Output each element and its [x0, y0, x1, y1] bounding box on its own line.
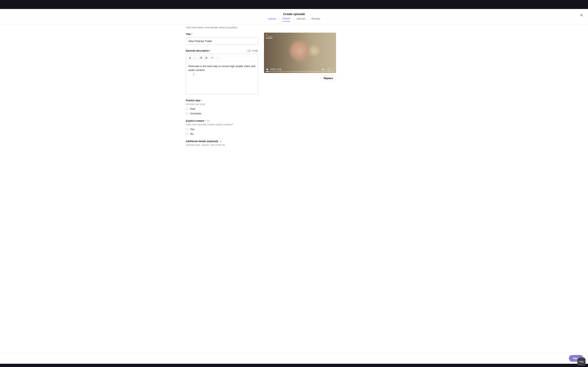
volume-icon[interactable]: [322, 68, 325, 71]
step-interact[interactable]: Interact: [296, 17, 305, 21]
watermark-top: Created on: [268, 36, 273, 37]
fullscreen-icon[interactable]: [328, 68, 330, 71]
radio-label: Now: [190, 107, 195, 110]
chevron-right-icon: [292, 18, 294, 20]
editor-toolbar: B I 123: [186, 54, 258, 62]
publish-date-label: Publish date: [186, 99, 202, 102]
radio-icon: [186, 108, 189, 110]
app-topbar: [0, 0, 588, 9]
description-label: Episode description: [186, 49, 211, 52]
radio-explicit-no[interactable]: No: [186, 132, 258, 135]
radio-icon: [186, 112, 189, 115]
svg-point-14: [333, 68, 334, 69]
radio-icon: [186, 133, 189, 135]
numbered-list-button[interactable]: 123: [204, 55, 208, 60]
description-text: Riverside is the best way to record high…: [189, 65, 255, 72]
title-input[interactable]: [186, 37, 258, 45]
italic-icon: I: [195, 57, 195, 59]
link-button[interactable]: [210, 55, 215, 60]
chevron-right-icon: [278, 18, 280, 20]
video-preview[interactable]: Created on Riverside 0:00 / 1:24: [264, 33, 336, 73]
additional-details-helper: Episode type, season, and cover art.: [186, 143, 258, 146]
modal-header: Create episode Upload Details Interact R…: [0, 9, 588, 24]
additional-details-toggle[interactable]: Additional details (optional): [186, 140, 258, 143]
step-upload[interactable]: Upload: [268, 17, 276, 21]
svg-rect-1: [201, 57, 202, 57]
chevron-right-icon: [307, 18, 310, 20]
svg-rect-3: [201, 58, 202, 58]
bold-button[interactable]: B: [188, 55, 192, 60]
svg-point-2: [200, 58, 200, 58]
radio-icon: [186, 128, 189, 131]
video-controls: 0:00 / 1:24: [264, 66, 336, 73]
play-icon[interactable]: [266, 68, 269, 71]
help-icon[interactable]: [207, 120, 209, 122]
html-toggle[interactable]: HTML: [246, 50, 258, 52]
radio-publish-schedule[interactable]: Schedule: [186, 112, 258, 115]
link-icon: [211, 57, 213, 59]
unlink-button[interactable]: [215, 55, 219, 60]
close-button[interactable]: [580, 13, 584, 18]
watermark-bottom: Riverside: [266, 37, 273, 39]
toggle-switch[interactable]: [246, 50, 251, 52]
replace-button[interactable]: Replace: [320, 75, 336, 81]
svg-rect-7: [206, 57, 207, 57]
more-icon[interactable]: [333, 68, 334, 71]
html-toggle-label: HTML: [252, 50, 258, 52]
svg-rect-11: [206, 58, 207, 58]
radio-label: Yes: [190, 128, 194, 131]
title-label: Title: [186, 33, 192, 36]
svg-point-4: [200, 58, 200, 59]
unlink-icon: [216, 57, 218, 59]
radio-publish-now[interactable]: Now: [186, 107, 258, 110]
svg-text:3: 3: [205, 58, 205, 59]
chevron-down-icon: [219, 140, 222, 142]
svg-point-0: [200, 57, 200, 57]
video-progress[interactable]: [266, 71, 334, 72]
step-review[interactable]: Review: [311, 17, 320, 21]
bold-icon: B: [189, 57, 191, 59]
italic-button[interactable]: I: [192, 55, 198, 60]
stepper: Upload Details Interact Review: [0, 17, 588, 22]
radio-label: No: [190, 132, 194, 135]
svg-point-16: [333, 70, 334, 71]
svg-rect-9: [206, 58, 207, 58]
explicit-content-helper: Does your episode contain explicit conte…: [186, 123, 258, 126]
close-icon: [580, 13, 583, 17]
page-subtitle: Add information and decide when to publi…: [186, 26, 402, 29]
explicit-content-label: Explicit content: [186, 119, 206, 122]
description-editor[interactable]: Riverside is the best way to record high…: [186, 62, 258, 94]
radio-explicit-yes[interactable]: Yes: [186, 128, 258, 131]
bullet-list-icon: [200, 57, 202, 59]
radio-label: Schedule: [190, 112, 201, 115]
additional-details-label: Additional details (optional): [186, 140, 218, 143]
text-cursor-icon: [194, 73, 194, 76]
video-time: 0:00 / 1:24: [270, 68, 281, 71]
publish-date-helper: All times are local: [186, 103, 258, 106]
numbered-list-icon: 123: [205, 57, 207, 59]
step-details[interactable]: Details: [282, 17, 291, 22]
svg-point-15: [333, 69, 334, 70]
page-title: Create episode: [0, 12, 588, 16]
svg-rect-5: [201, 58, 202, 58]
bullet-list-button[interactable]: [199, 55, 204, 60]
